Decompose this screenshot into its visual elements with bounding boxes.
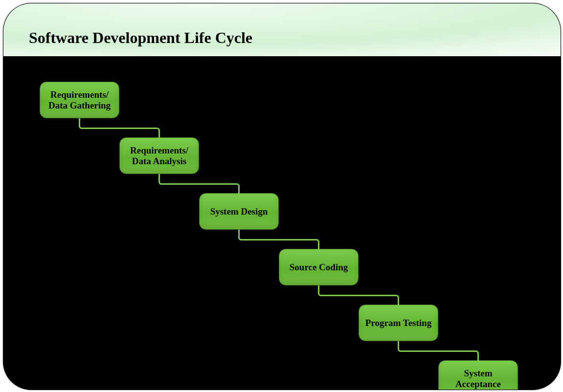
- step-label: Requirements/ Data Analysis: [125, 145, 194, 166]
- slide-frame: Software Development Life Cycle Requirem…: [3, 3, 561, 390]
- step-label: Requirements/ Data Gathering: [45, 89, 114, 110]
- diagram-canvas: Requirements/ Data Gathering Requirement…: [3, 56, 561, 390]
- step-system-design: System Design: [199, 193, 279, 230]
- step-source-coding: Source Coding: [279, 249, 359, 285]
- step-requirements-gathering: Requirements/ Data Gathering: [40, 82, 119, 118]
- slide-title: Software Development Life Cycle: [29, 29, 252, 47]
- slide-header: Software Development Life Cycle: [3, 3, 561, 56]
- step-label: System Acceptance: [444, 368, 513, 389]
- step-program-testing: Program Testing: [359, 305, 438, 341]
- step-label: System Design: [210, 206, 268, 217]
- step-label: Program Testing: [365, 318, 431, 328]
- step-system-acceptance: System Acceptance: [438, 360, 518, 390]
- step-requirements-analysis: Requirements/ Data Analysis: [119, 137, 199, 174]
- step-label: Source Coding: [290, 262, 348, 272]
